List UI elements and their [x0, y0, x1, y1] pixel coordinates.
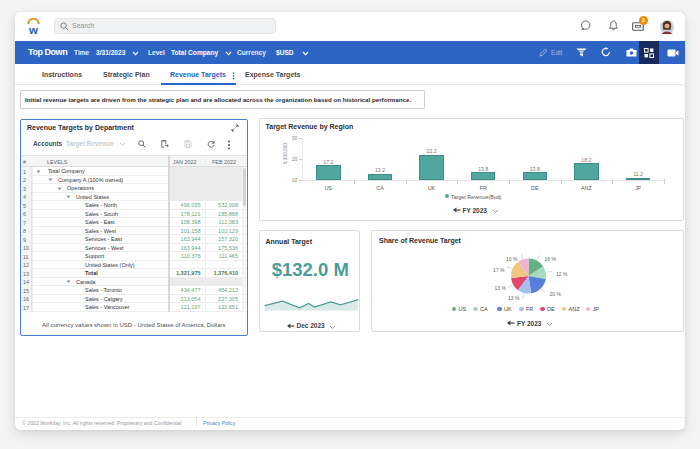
svg-text:w: w — [28, 24, 38, 35]
